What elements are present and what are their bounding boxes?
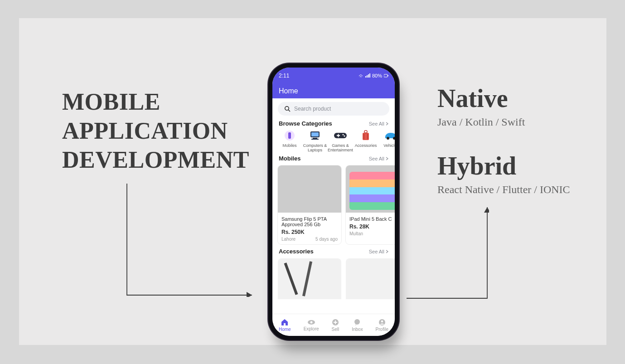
battery-icon bbox=[384, 73, 388, 78]
category-item-vehicles[interactable]: Vehicles bbox=[378, 130, 395, 152]
product-card[interactable]: IPad Mini 5 Back C Rs. 28K Multan bbox=[346, 165, 395, 244]
arrow-phone-to-labels bbox=[407, 202, 489, 299]
category-item-accessories[interactable]: Accessories bbox=[353, 130, 378, 152]
product-time: 5 days ago bbox=[315, 237, 338, 242]
search-icon bbox=[284, 106, 291, 112]
category-label: Mobiles bbox=[282, 143, 296, 148]
svg-point-2 bbox=[285, 107, 289, 110]
svg-rect-1 bbox=[388, 75, 388, 76]
chevron-right-icon bbox=[386, 122, 388, 126]
nav-home[interactable]: Home bbox=[279, 319, 291, 332]
status-bar: 2:11 80% bbox=[272, 68, 395, 84]
product-price: Rs. 28K bbox=[349, 223, 395, 230]
search-input[interactable]: Search product bbox=[278, 102, 389, 116]
home-icon bbox=[281, 319, 289, 326]
product-image bbox=[346, 165, 395, 213]
mobiles-title: Mobiles bbox=[279, 155, 300, 162]
see-all-categories[interactable]: See All bbox=[369, 121, 388, 126]
hybrid-heading: Hybrid bbox=[437, 151, 516, 180]
computer-icon bbox=[308, 130, 322, 141]
chevron-right-icon bbox=[386, 157, 388, 160]
see-all-mobiles[interactable]: See All bbox=[369, 156, 388, 161]
nav-inbox[interactable]: Inbox bbox=[352, 319, 363, 332]
arrow-title-to-phone bbox=[126, 184, 257, 297]
product-price: Rs. 250K bbox=[281, 229, 338, 235]
product-city: Multan bbox=[349, 231, 363, 236]
mobile-icon bbox=[282, 130, 297, 141]
product-image bbox=[278, 165, 341, 213]
hybrid-subtitle: React Native / Flutter / IONIC bbox=[437, 184, 570, 196]
title-line-2: APPLICATION bbox=[62, 116, 249, 146]
see-all-accessories[interactable]: See All bbox=[369, 249, 388, 254]
accessories-header: Accessories See All bbox=[272, 246, 395, 256]
svg-rect-8 bbox=[313, 138, 317, 139]
status-right: 80% bbox=[359, 73, 388, 78]
slide-canvas: MOBILE APPLICATION DEVELOPMENT Native Ja… bbox=[19, 18, 606, 345]
status-battery: 80% bbox=[372, 73, 382, 78]
svg-point-18 bbox=[387, 137, 389, 140]
accessory-image[interactable] bbox=[278, 258, 341, 299]
svg-rect-15 bbox=[363, 134, 364, 139]
product-city: Lahore bbox=[281, 237, 296, 242]
wifi-icon bbox=[359, 73, 363, 78]
category-label: Accessories bbox=[355, 143, 377, 148]
nav-label: Profile bbox=[376, 327, 388, 332]
category-item-mobiles[interactable]: Mobiles bbox=[277, 130, 302, 152]
accessories-row[interactable] bbox=[272, 256, 395, 299]
mobiles-row[interactable]: Samsung Flip 5 PTA Approved 256 Gb Rs. 2… bbox=[272, 163, 395, 246]
app-bar-title: Home bbox=[279, 87, 298, 95]
mobiles-header: Mobiles See All bbox=[272, 153, 395, 163]
svg-point-23 bbox=[354, 319, 360, 325]
category-item-computers[interactable]: Computers & Laptops bbox=[302, 130, 328, 152]
product-title: Samsung Flip 5 PTA Approved 256 Gb bbox=[281, 216, 338, 227]
native-subtitle: Java / Kotlin / Swift bbox=[437, 116, 525, 128]
svg-point-10 bbox=[343, 134, 344, 136]
nav-label: Home bbox=[279, 327, 291, 332]
category-label: Computers & Laptops bbox=[303, 143, 327, 152]
nav-label: Explore bbox=[304, 326, 319, 331]
gamepad-icon bbox=[333, 130, 348, 141]
app-bar: Home bbox=[272, 84, 395, 98]
nav-label: Sell bbox=[332, 327, 339, 332]
status-time: 2:11 bbox=[279, 73, 289, 79]
categories-header: Browse Categories See All bbox=[272, 118, 395, 128]
search-wrap: Search product bbox=[272, 98, 395, 118]
svg-rect-5 bbox=[288, 132, 291, 139]
categories-title: Browse Categories bbox=[279, 120, 332, 127]
nav-profile[interactable]: Profile bbox=[376, 319, 388, 332]
accessories-title: Accessories bbox=[279, 248, 314, 255]
title-line-3: DEVELOPMENT bbox=[62, 146, 249, 175]
svg-point-11 bbox=[344, 136, 345, 137]
plus-circle-icon bbox=[332, 319, 339, 326]
svg-line-3 bbox=[288, 110, 290, 112]
chat-icon bbox=[354, 319, 361, 326]
nav-sell[interactable]: Sell bbox=[332, 319, 339, 332]
category-item-games[interactable]: Games & Entertainment bbox=[328, 130, 353, 152]
categories-row[interactable]: Mobiles Computers & Laptops Games & Ente… bbox=[272, 128, 395, 153]
eye-icon bbox=[307, 319, 315, 325]
bottom-nav: Home Explore Sell Inbox Profile bbox=[272, 314, 395, 336]
see-all-label: See All bbox=[369, 121, 384, 126]
svg-point-25 bbox=[381, 320, 383, 322]
user-icon bbox=[378, 319, 386, 326]
see-all-label: See All bbox=[369, 156, 384, 161]
category-label: Vehicles bbox=[383, 143, 395, 148]
nav-explore[interactable]: Explore bbox=[304, 319, 319, 331]
svg-rect-9 bbox=[311, 139, 319, 140]
svg-rect-16 bbox=[367, 134, 368, 139]
native-heading: Native bbox=[437, 84, 508, 113]
product-title: IPad Mini 5 Back C bbox=[349, 216, 395, 222]
phone-screen: 2:11 80% Home Search product Bro bbox=[272, 68, 395, 336]
svg-rect-17 bbox=[364, 131, 367, 133]
search-placeholder: Search product bbox=[294, 106, 331, 112]
main-title: MOBILE APPLICATION DEVELOPMENT bbox=[62, 87, 249, 175]
signal-icon bbox=[365, 73, 370, 78]
svg-rect-13 bbox=[338, 134, 339, 137]
accessory-image[interactable] bbox=[346, 258, 395, 299]
chevron-right-icon bbox=[386, 250, 388, 253]
luggage-icon bbox=[359, 130, 373, 141]
product-card[interactable]: Samsung Flip 5 PTA Approved 256 Gb Rs. 2… bbox=[278, 165, 341, 244]
svg-rect-7 bbox=[311, 132, 319, 136]
see-all-label: See All bbox=[369, 249, 384, 254]
svg-point-21 bbox=[310, 321, 312, 323]
